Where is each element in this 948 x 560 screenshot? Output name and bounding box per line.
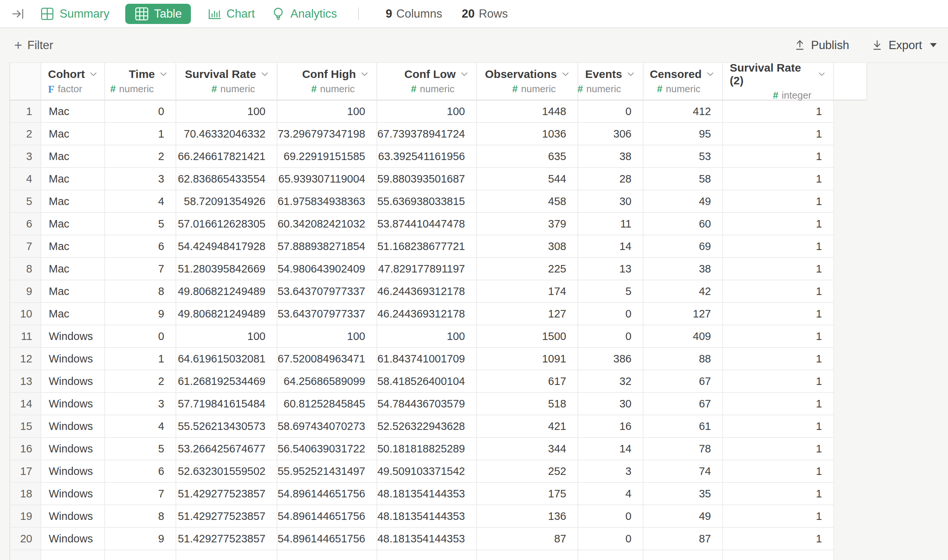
table-cell[interactable]: 30 — [578, 393, 643, 415]
table-cell[interactable]: 409 — [643, 325, 723, 347]
table-row[interactable]: 15Windows455.52621343057358.697434070273… — [10, 415, 834, 438]
table-cell[interactable]: 225 — [477, 258, 578, 280]
table-row[interactable]: 20Windows951.42927752385754.896144651756… — [10, 528, 834, 550]
table-cell[interactable]: 0 — [578, 100, 643, 122]
tab-chart[interactable]: Chart — [207, 6, 255, 22]
table-cell[interactable]: 9 — [105, 303, 176, 325]
row-number[interactable]: 4 — [10, 168, 41, 190]
table-cell[interactable]: 4 — [105, 191, 176, 212]
table-cell[interactable]: 58 — [643, 168, 723, 190]
table-cell[interactable]: Windows — [41, 348, 105, 369]
tab-summary[interactable]: Summary — [40, 6, 109, 22]
table-cell[interactable]: 1 — [105, 348, 176, 369]
table-cell[interactable]: 74 — [643, 460, 723, 482]
table-cell[interactable]: 100 — [176, 325, 277, 347]
table-cell[interactable]: 1091 — [477, 348, 578, 369]
row-number[interactable]: 1 — [10, 100, 41, 122]
tab-table[interactable]: Table — [125, 4, 191, 24]
table-cell[interactable]: 6 — [105, 460, 176, 482]
table-cell[interactable]: Mac — [41, 145, 105, 167]
table-cell[interactable]: 1 — [723, 438, 834, 460]
table-cell[interactable]: 48.181354144353 — [377, 483, 477, 505]
table-row[interactable]: 1Mac0100100100144804121 — [10, 100, 834, 123]
publish-button[interactable]: Publish — [794, 38, 849, 52]
row-number[interactable]: 10 — [10, 303, 41, 325]
row-number[interactable]: 7 — [10, 235, 41, 257]
table-cell[interactable]: 6 — [105, 235, 176, 257]
table-cell[interactable]: 1 — [723, 393, 834, 415]
table-cell[interactable]: 617 — [477, 370, 578, 392]
table-cell[interactable]: 53.643707977337 — [277, 303, 377, 325]
row-number[interactable]: 9 — [10, 280, 41, 302]
column-header[interactable]: Events # numeric — [578, 63, 643, 100]
table-cell[interactable]: 2 — [105, 370, 176, 392]
table-cell[interactable]: Mac — [41, 280, 105, 302]
table-cell[interactable]: 69.22919151585 — [277, 145, 377, 167]
row-number[interactable]: 2 — [10, 123, 41, 145]
table-row[interactable]: 4Mac362.83686543355465.93930711900459.88… — [10, 168, 834, 191]
table-cell[interactable]: 3 — [105, 168, 176, 190]
table-cell[interactable]: 0 — [578, 303, 643, 325]
row-number[interactable]: 19 — [10, 505, 41, 527]
table-cell[interactable]: 3 — [105, 393, 176, 415]
table-row[interactable]: 12Windows164.61961503208167.520084963471… — [10, 348, 834, 370]
table-cell[interactable]: 0 — [105, 325, 176, 347]
table-cell[interactable]: Windows — [41, 528, 105, 549]
table-cell[interactable]: 1 — [723, 235, 834, 257]
table-cell[interactable]: 56.540639031722 — [277, 438, 377, 460]
table-cell[interactable]: 49.509103371542 — [377, 460, 477, 482]
table-cell[interactable]: 88 — [643, 348, 723, 369]
table-cell[interactable]: 54.896144651756 — [277, 483, 377, 505]
column-header[interactable]: Observations # numeric — [477, 63, 578, 100]
table-cell[interactable]: 1 — [723, 191, 834, 212]
table-cell[interactable]: 386 — [578, 348, 643, 369]
table-cell[interactable]: Windows — [41, 370, 105, 392]
table-cell[interactable]: 87 — [643, 528, 723, 549]
table-row[interactable]: 11Windows0100100100150004091 — [10, 325, 834, 348]
table-cell[interactable]: 51.429277523857 — [176, 528, 277, 549]
row-number[interactable]: 11 — [10, 325, 41, 347]
table-cell[interactable]: 59.880393501687 — [377, 168, 477, 190]
table-cell[interactable]: 11 — [578, 213, 643, 235]
table-cell[interactable]: 100 — [377, 100, 477, 122]
table-cell[interactable]: 52.526322943628 — [377, 415, 477, 437]
chevron-down-icon[interactable] — [626, 69, 636, 80]
table-cell[interactable]: Mac — [41, 100, 105, 122]
table-cell[interactable]: 51.429277523857 — [176, 483, 277, 505]
table-cell[interactable]: 61 — [643, 415, 723, 437]
table-cell[interactable]: 61.975834938363 — [277, 191, 377, 212]
table-row[interactable]: 13Windows261.26819253446964.256865890995… — [10, 370, 834, 393]
table-cell[interactable]: 64.619615032081 — [176, 348, 277, 369]
row-number[interactable]: 5 — [10, 191, 41, 212]
table-cell[interactable]: 421 — [477, 415, 578, 437]
table-cell[interactable]: 1 — [723, 123, 834, 145]
table-cell[interactable]: 67.739378941724 — [377, 123, 477, 145]
table-cell[interactable]: 1 — [723, 168, 834, 190]
table-cell[interactable]: 54.784436703579 — [377, 393, 477, 415]
table-cell[interactable]: 1 — [723, 213, 834, 235]
table-cell[interactable]: 8 — [105, 280, 176, 302]
table-cell[interactable]: 60 — [643, 213, 723, 235]
table-cell[interactable]: 3 — [578, 460, 643, 482]
row-number[interactable]: 6 — [10, 213, 41, 235]
table-cell[interactable]: Windows — [41, 393, 105, 415]
table-cell[interactable]: 62.836865433554 — [176, 168, 277, 190]
table-cell[interactable]: Windows — [41, 438, 105, 460]
table-cell[interactable]: 1 — [723, 483, 834, 505]
table-cell[interactable]: 78 — [643, 438, 723, 460]
table-cell[interactable]: 7 — [105, 258, 176, 280]
table-cell[interactable]: 66.246617821421 — [176, 145, 277, 167]
table-row[interactable]: 14Windows357.71984161548460.812528458455… — [10, 393, 834, 415]
table-cell[interactable]: 100 — [277, 325, 377, 347]
chevron-down-icon[interactable] — [359, 69, 370, 80]
table-cell[interactable]: 635 — [477, 145, 578, 167]
add-filter-button[interactable]: + Filter — [14, 38, 53, 52]
table-cell[interactable]: 53.643707977337 — [277, 280, 377, 302]
table-cell[interactable]: 49.806821249489 — [176, 303, 277, 325]
table-cell[interactable]: Mac — [41, 258, 105, 280]
column-header[interactable]: Cohort F factor — [41, 63, 105, 100]
table-cell[interactable]: 412 — [643, 100, 723, 122]
table-cell[interactable]: 1 — [723, 325, 834, 347]
table-cell[interactable]: Mac — [41, 235, 105, 257]
table-cell[interactable]: 518 — [477, 393, 578, 415]
